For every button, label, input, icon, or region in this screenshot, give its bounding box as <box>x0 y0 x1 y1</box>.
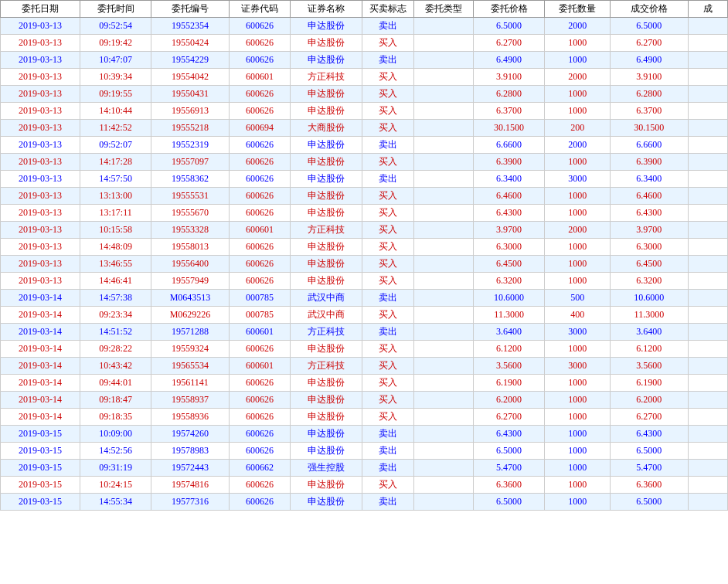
table-row[interactable]: 2019-03-1309:52:0719552319600626申达股份卖出6.… <box>1 137 728 154</box>
table-cell: 申达股份 <box>291 409 362 426</box>
table-cell: 卖出 <box>362 460 413 477</box>
table-cell <box>413 103 473 120</box>
table-row[interactable]: 2019-03-1314:17:2819557097600626申达股份买入6.… <box>1 154 728 171</box>
table-cell: 6.6600 <box>473 137 545 154</box>
table-cell: 1000 <box>545 188 611 205</box>
table-row[interactable]: 2019-03-1314:10:4419556913600626申达股份买入6.… <box>1 103 728 120</box>
table-cell <box>413 460 473 477</box>
table-row[interactable]: 2019-03-1309:19:5519550431600626申达股份买入6.… <box>1 86 728 103</box>
table-cell <box>413 443 473 460</box>
table-cell: 600626 <box>229 256 291 273</box>
header-deal: 成交价格 <box>611 1 688 18</box>
table-cell: 600626 <box>229 443 291 460</box>
table-row[interactable]: 2019-03-1310:39:3419554042600601方正科技买入3.… <box>1 69 728 86</box>
table-cell: 600694 <box>229 120 291 137</box>
table-cell: 14:57:38 <box>80 290 151 307</box>
table-cell: 6.1900 <box>611 375 688 392</box>
table-cell: 6.2800 <box>611 86 688 103</box>
table-cell: 申达股份 <box>291 443 362 460</box>
table-cell: 买入 <box>362 222 413 239</box>
table-cell: 600626 <box>229 103 291 120</box>
table-cell: 2019-03-13 <box>1 86 80 103</box>
table-cell: 5.4700 <box>473 460 545 477</box>
table-row[interactable]: 2019-03-1313:13:0019555531600626申达股份买入6.… <box>1 188 728 205</box>
table-cell: 6.2700 <box>611 409 688 426</box>
table-cell: 6.6600 <box>611 137 688 154</box>
table-row[interactable]: 2019-03-1509:31:1919572443600662强生控股卖出5.… <box>1 460 728 477</box>
table-cell: 6.2000 <box>473 392 545 409</box>
table-cell: 600626 <box>229 375 291 392</box>
table-cell: 600626 <box>229 273 291 290</box>
table-row[interactable]: 2019-03-1514:55:3419577316600626申达股份卖出6.… <box>1 494 728 511</box>
table-cell: 2019-03-13 <box>1 154 80 171</box>
table-cell <box>413 86 473 103</box>
table-row[interactable]: 2019-03-1410:43:4219565534600601方正科技买入3.… <box>1 358 728 375</box>
table-row[interactable]: 2019-03-1314:46:4119557949600626申达股份买入6.… <box>1 273 728 290</box>
table-cell: 2019-03-13 <box>1 205 80 222</box>
table-row[interactable]: 2019-03-1311:42:5219555218600694大商股份买入30… <box>1 120 728 137</box>
table-cell: 2019-03-15 <box>1 443 80 460</box>
table-cell: 3.9100 <box>473 69 545 86</box>
table-row[interactable]: 2019-03-1510:09:0019574260600626申达股份卖出6.… <box>1 426 728 443</box>
table-cell: 卖出 <box>362 171 413 188</box>
table-row[interactable]: 2019-03-1409:28:2219559324600626申达股份买入6.… <box>1 341 728 358</box>
table-cell: 2019-03-13 <box>1 103 80 120</box>
table-cell: 600626 <box>229 341 291 358</box>
table-cell: 14:55:34 <box>80 494 151 511</box>
table-cell <box>688 443 728 460</box>
table-row[interactable]: 2019-03-1409:18:3519558936600626申达股份买入6.… <box>1 409 728 426</box>
table-cell: 6.2000 <box>611 392 688 409</box>
table-cell: 11.3000 <box>611 307 688 324</box>
table-cell: 2000 <box>545 69 611 86</box>
table-cell: 11:42:52 <box>80 120 151 137</box>
table-row[interactable]: 2019-03-1409:44:0119561141600626申达股份买入6.… <box>1 375 728 392</box>
table-row[interactable]: 2019-03-1314:57:5019558362600626申达股份卖出6.… <box>1 171 728 188</box>
table-cell: 大商股份 <box>291 120 362 137</box>
table-row[interactable]: 2019-03-1414:51:5219571288600601方正科技卖出3.… <box>1 324 728 341</box>
table-cell: 1000 <box>545 239 611 256</box>
table-row[interactable]: 2019-03-1510:24:1519574816600626申达股份买入6.… <box>1 477 728 494</box>
table-cell: 2019-03-13 <box>1 273 80 290</box>
table-row[interactable]: 2019-03-1309:52:5419552354600626申达股份卖出6.… <box>1 18 728 35</box>
table-cell: 09:18:35 <box>80 409 151 426</box>
table-cell: 6.3200 <box>473 273 545 290</box>
table-cell: 600626 <box>229 426 291 443</box>
table-row[interactable]: 2019-03-1314:48:0919558013600626申达股份买入6.… <box>1 239 728 256</box>
table-row[interactable]: 2019-03-1409:18:4719558937600626申达股份买入6.… <box>1 392 728 409</box>
table-cell: 19558362 <box>151 171 229 188</box>
table-cell: 武汉中商 <box>291 290 362 307</box>
table-cell: 方正科技 <box>291 222 362 239</box>
table-cell: 19552354 <box>151 18 229 35</box>
table-row[interactable]: 2019-03-1409:23:34M0629226000785武汉中商买入11… <box>1 307 728 324</box>
table-cell: 10:43:42 <box>80 358 151 375</box>
table-row[interactable]: 2019-03-1414:57:38M0643513000785武汉中商卖出10… <box>1 290 728 307</box>
table-cell: 买入 <box>362 69 413 86</box>
table-cell: 19550431 <box>151 86 229 103</box>
table-cell: 2019-03-13 <box>1 171 80 188</box>
table-cell: 强生控股 <box>291 460 362 477</box>
table-row[interactable]: 2019-03-1514:52:5619578983600626申达股份卖出6.… <box>1 443 728 460</box>
table-cell: 09:28:22 <box>80 341 151 358</box>
table-cell <box>688 35 728 52</box>
table-row[interactable]: 2019-03-1313:17:1119555670600626申达股份买入6.… <box>1 205 728 222</box>
table-cell: 600601 <box>229 358 291 375</box>
table-cell: 600601 <box>229 324 291 341</box>
table-header-row: 委托日期 委托时间 委托编号 证券代码 证券名称 买卖标志 委托类型 委托价格 … <box>1 1 728 18</box>
table-cell <box>413 120 473 137</box>
table-cell: 买入 <box>362 392 413 409</box>
table-cell: 19553328 <box>151 222 229 239</box>
table-cell <box>688 188 728 205</box>
table-row[interactable]: 2019-03-1309:19:4219550424600626申达股份买入6.… <box>1 35 728 52</box>
header-extra: 成 <box>688 1 728 18</box>
table-cell: 买入 <box>362 256 413 273</box>
table-row[interactable]: 2019-03-1313:46:5519556400600626申达股份买入6.… <box>1 256 728 273</box>
table-cell: 6.4300 <box>473 205 545 222</box>
table-cell: 14:57:50 <box>80 171 151 188</box>
table-cell: 2019-03-13 <box>1 69 80 86</box>
table-cell: 1000 <box>545 154 611 171</box>
table-row[interactable]: 2019-03-1310:15:5819553328600601方正科技买入3.… <box>1 222 728 239</box>
table-row[interactable]: 2019-03-1310:47:0719554229600626申达股份卖出6.… <box>1 52 728 69</box>
table-cell: 600626 <box>229 18 291 35</box>
header-buysell: 买卖标志 <box>362 1 413 18</box>
table-cell: 2019-03-14 <box>1 341 80 358</box>
